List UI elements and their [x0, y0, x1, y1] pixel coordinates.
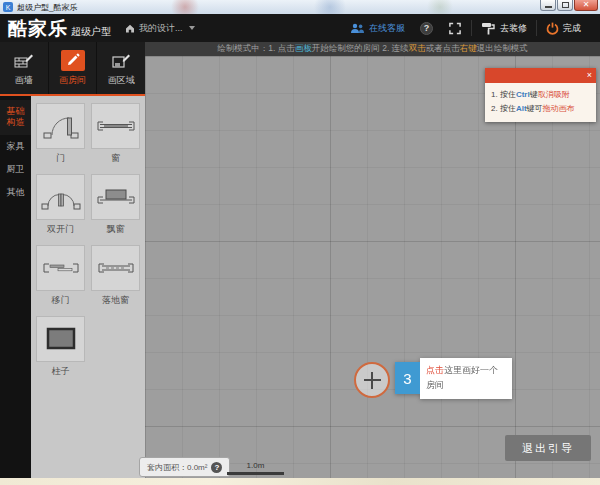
item-card: [36, 245, 85, 291]
item-window[interactable]: 窗: [91, 103, 140, 165]
my-design-menu[interactable]: 我的设计...: [125, 22, 195, 35]
window-titlebar: K 超级户型_酷家乐 ✕: [0, 0, 600, 14]
item-label: 双开门: [36, 223, 85, 236]
draw-area-label: 画区域: [108, 74, 135, 87]
item-label: 门: [36, 152, 85, 165]
draw-wall-label: 画墙: [15, 74, 33, 87]
library-panel: 基础构造 家具 厨卫 其他: [0, 96, 145, 478]
component-list: 门 窗: [31, 96, 145, 478]
brand-subtitle: 超级户型: [71, 25, 111, 39]
draw-mode-banner: 绘制模式中：1. 点击画板开始绘制您的房间 2. 连续双击或者点击右键退出绘制模…: [145, 42, 600, 56]
online-service-button[interactable]: 在线客服: [341, 22, 414, 35]
banner-keyword: 右键: [460, 43, 477, 55]
my-design-label: 我的设计...: [139, 22, 183, 35]
tip-box-body: 1. 按住Ctrl键取消吸附 2. 按住Alt键可拖动画布: [485, 83, 596, 122]
item-card: [91, 174, 140, 220]
question-icon: ?: [215, 463, 220, 472]
bay-window-icon: [94, 177, 138, 217]
item-label: 窗: [91, 152, 140, 165]
main-area: 画墙 画房间: [0, 42, 600, 478]
area-indicator: 套内面积：0.0m² ?: [139, 457, 230, 477]
banner-text: 开始绘制您的房间 2. 连续: [312, 43, 409, 55]
close-icon: ✕: [583, 1, 590, 9]
maximize-button[interactable]: [557, 0, 573, 11]
tool-draw-wall[interactable]: 画墙: [0, 42, 49, 94]
tip-box-header: ×: [485, 68, 596, 83]
tool-draw-area[interactable]: 画区域: [97, 42, 145, 94]
window-controls: ✕: [539, 0, 598, 11]
maximize-icon: [562, 2, 569, 8]
go-decorate-button[interactable]: 去装修: [472, 22, 536, 35]
draw-wall-icon: [12, 50, 36, 71]
fullscreen-icon: [448, 22, 462, 35]
banner-text: 或者点击: [426, 43, 460, 55]
item-card: [36, 174, 85, 220]
go-decorate-label: 去装修: [500, 22, 527, 35]
done-button[interactable]: 完成: [537, 22, 590, 35]
scale-bar: [227, 472, 284, 475]
draw-tools: 画墙 画房间: [0, 42, 145, 96]
banner-text: 退出绘制模式: [477, 43, 528, 55]
help-icon: ?: [424, 23, 430, 33]
tab-other[interactable]: 其他: [0, 181, 31, 204]
tip-line-2: 2. 按住Alt键可拖动画布: [491, 102, 590, 116]
tab-kitchen-bath[interactable]: 厨卫: [0, 158, 31, 181]
exit-guide-button[interactable]: 退出引导: [505, 435, 591, 461]
canvas-column: 绘制模式中：1. 点击画板开始绘制您的房间 2. 连续双击或者点击右键退出绘制模…: [145, 42, 600, 478]
item-column[interactable]: 柱子: [36, 316, 85, 378]
paint-roller-icon: [481, 22, 496, 35]
draw-room-label: 画房间: [59, 74, 86, 87]
item-card: [91, 245, 140, 291]
guide-step-text: 点击这里画好一个房间: [420, 358, 512, 399]
close-icon[interactable]: ×: [587, 71, 592, 80]
app-icon: K: [3, 2, 13, 12]
item-double-door[interactable]: 双开门: [36, 174, 85, 236]
item-floor-window[interactable]: 落地窗: [91, 245, 140, 307]
close-button[interactable]: ✕: [574, 0, 598, 11]
scale-label: 1.0m: [227, 461, 284, 470]
tool-draw-room[interactable]: 画房间: [49, 42, 98, 94]
guide-step-tooltip: 3 点击这里画好一个房间: [395, 358, 512, 399]
item-sliding-door[interactable]: 移门: [36, 245, 85, 307]
category-tabs: 基础构造 家具 厨卫 其他: [0, 96, 31, 478]
fullscreen-button[interactable]: [439, 22, 471, 35]
item-door[interactable]: 门: [36, 103, 85, 165]
power-icon: [546, 22, 559, 35]
drawing-canvas[interactable]: × 1. 按住Ctrl键取消吸附 2. 按住Alt键可拖动画布 3 点击这里画好…: [145, 56, 600, 478]
plus-icon: [364, 372, 381, 389]
tab-basic-structure[interactable]: 基础构造: [0, 100, 31, 135]
header-actions: 在线客服 ? 去装修: [341, 20, 590, 36]
draw-room-icon: [61, 50, 85, 71]
item-label: 飘窗: [91, 223, 140, 236]
door-icon: [39, 106, 83, 146]
app-window: K 超级户型_酷家乐 ✕ 酷家乐 超级户型 我的设计... 在线客服 ?: [0, 0, 600, 485]
double-door-icon: [39, 177, 83, 217]
tab-furniture[interactable]: 家具: [0, 135, 31, 158]
item-label: 落地窗: [91, 294, 140, 307]
hotkey-tip-box: × 1. 按住Ctrl键取消吸附 2. 按住Alt键可拖动画布: [485, 68, 596, 122]
chevron-down-icon: [189, 26, 195, 30]
people-icon: [350, 23, 365, 34]
banner-text: 绘制模式中：1. 点击: [217, 43, 294, 55]
banner-keyword: 画板: [295, 43, 312, 55]
item-card: [36, 316, 85, 362]
window-bottom-edge: [0, 478, 600, 485]
help-button[interactable]: ?: [420, 22, 433, 35]
draw-area-icon: [109, 50, 133, 71]
app-header: 酷家乐 超级户型 我的设计... 在线客服 ?: [0, 14, 600, 42]
area-help-button[interactable]: ?: [211, 462, 222, 473]
window-title: 超级户型_酷家乐: [17, 2, 77, 13]
minimize-button[interactable]: [540, 0, 556, 11]
done-label: 完成: [563, 22, 581, 35]
column-icon: [39, 319, 83, 359]
item-bay-window[interactable]: 飘窗: [91, 174, 140, 236]
draw-room-target[interactable]: [354, 362, 390, 398]
tip-line-1: 1. 按住Ctrl键取消吸附: [491, 88, 590, 102]
area-label: 套内面积：0.0m²: [147, 462, 207, 473]
item-card: [91, 103, 140, 149]
window-icon: [94, 106, 138, 146]
minimize-icon: [545, 6, 552, 8]
banner-keyword: 双击: [409, 43, 426, 55]
left-toolbar: 画墙 画房间: [0, 42, 145, 478]
home-icon: [125, 24, 135, 33]
